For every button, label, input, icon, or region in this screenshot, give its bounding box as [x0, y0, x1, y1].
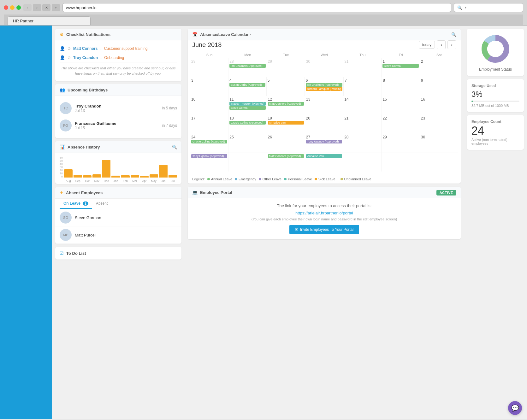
- center-panel: 📅 Absence/Leave Calendar - 🔍 June 2018 t…: [185, 26, 464, 419]
- chart-label-nov: Nov: [92, 179, 101, 183]
- checklist-user-icon-1: 👤: [60, 46, 65, 51]
- checklist-body: 👤 ⊙ Matt Connors - Customer support trai…: [55, 40, 181, 81]
- birthdays-title: Upcoming Birthdays: [68, 88, 108, 92]
- checklist-item-2: 👤 ⊙ Troy Crandon - Onboarding: [60, 53, 177, 62]
- portal-icon: 💻: [192, 190, 198, 195]
- event-annalise-van-2[interactable]: Annalise Van: [306, 154, 342, 158]
- legend-label-sick: Sick Leave: [318, 177, 335, 181]
- todo-icon: ☑: [60, 251, 64, 256]
- invite-btn-label: Invite Employees To Your Portal: [300, 227, 353, 232]
- checklist-name-1[interactable]: Matt Connors: [73, 46, 98, 51]
- tab-bar: HR Partner: [4, 15, 523, 25]
- legend-personal: Personal Leave: [284, 177, 312, 181]
- checklist-card: ⚙ Checklist Notifications 👤 ⊙ Matt Conno…: [55, 29, 181, 81]
- today-button[interactable]: today: [419, 41, 435, 49]
- traffic-lights: [4, 5, 21, 10]
- main-content: ⚙ Checklist Notifications 👤 ⊙ Matt Conno…: [52, 26, 527, 419]
- event-matt-connors-1[interactable]: Matt Connors (Approved): [268, 102, 304, 106]
- cal-cell-jun2: 2: [420, 58, 458, 77]
- cal-cell-jun18: 18 Gracie Collins (Approved): [228, 115, 267, 134]
- cal-cell-jun25: 25: [228, 134, 267, 153]
- active-tab[interactable]: HR Partner: [8, 16, 91, 25]
- chart-label-dec: Dec: [102, 179, 110, 183]
- day-fri: Fri: [382, 52, 420, 58]
- event-tracey-thurston[interactable]: Tracey Thurston (Planned): [229, 102, 266, 106]
- legend-dot-emergency: [235, 178, 237, 180]
- on-leave-tab[interactable]: On Leave 2: [60, 199, 92, 209]
- storage-card: Storage Used 3% 32.7 MB out of 1000 MB: [467, 79, 524, 112]
- address-bar[interactable]: www.hrpartner.io: [62, 3, 451, 12]
- chat-icon: 💬: [511, 404, 519, 412]
- cal-cell-jun28: 28: [343, 134, 382, 153]
- chart-label-jan: Jan: [111, 179, 120, 183]
- bar-jul: [169, 175, 177, 178]
- event-tony-uganov-2[interactable]: Tony Uganov (Approved): [191, 154, 227, 158]
- event-annalise-van[interactable]: Annalise Van: [268, 121, 304, 125]
- close-tab-button[interactable]: ✕: [42, 4, 50, 11]
- invite-employees-button[interactable]: ✉ Invite Employees To Your Portal: [289, 225, 359, 234]
- cal-cell-jun16: 16: [420, 96, 458, 115]
- legend-label-annual: Annual Leave: [211, 177, 232, 181]
- search-icon-cal[interactable]: 🔍: [451, 32, 456, 37]
- event-tony-uganov-1[interactable]: Tony Uganov (Approved): [306, 140, 342, 143]
- portal-card: 💻 Employee Portal ACTIVE The link for yo…: [188, 187, 461, 239]
- legend-label-unplanned: Unplanned Leave: [344, 177, 371, 181]
- back-button[interactable]: ‹: [23, 4, 32, 11]
- browser-controls: ‹ › ✕ + www.hrpartner.io 🔍 ▼: [4, 3, 523, 12]
- checklist-task-1[interactable]: Customer support training: [104, 46, 148, 51]
- event-steve-gorma-1[interactable]: Steve Gorma: [382, 64, 418, 68]
- checklist-task-2[interactable]: Onboarding: [104, 55, 124, 60]
- calendar-title: Absence/Leave Calendar -: [200, 32, 251, 37]
- close-button[interactable]: [4, 5, 8, 10]
- event-gracie-collins-2[interactable]: Gracie Collins (Approved): [191, 140, 227, 143]
- event-ian-chalmers-2[interactable]: Ian Chalmers (Approved): [306, 83, 343, 87]
- new-tab-button[interactable]: +: [52, 4, 60, 11]
- cal-cell-jun22: 22: [382, 115, 420, 134]
- bar-jan: [111, 176, 120, 178]
- event-richard-farhquar[interactable]: Richard Farhquar (Pending: [306, 87, 343, 91]
- minimize-button[interactable]: [10, 5, 15, 10]
- chart-label-mar: Mar: [131, 179, 139, 183]
- cal-cell-jun7: 7: [344, 77, 382, 96]
- avatar-initials-2: FG: [63, 124, 68, 127]
- event-susan-darby[interactable]: Susan Darby (Approved): [229, 83, 265, 87]
- portal-description: The link for your employees to access th…: [193, 203, 456, 208]
- birthday-date-2: Jul 15: [75, 126, 116, 130]
- calendar-week-3: 10 11 Tracey Thurston (Planned) Steve Go…: [190, 96, 458, 115]
- search-bar[interactable]: 🔍 ▼: [454, 3, 523, 12]
- storage-bar: [471, 101, 519, 102]
- chart-label-feb: Feb: [121, 179, 129, 183]
- legend-label: Legend:: [192, 177, 205, 181]
- event-gracie-collins-1[interactable]: Gracie Collins (Approved): [229, 121, 265, 125]
- donut-container: Employment Status: [467, 29, 524, 76]
- portal-link[interactable]: https://arielair.hrpartner.io/portal: [295, 211, 353, 215]
- bar-group-nov: [92, 174, 101, 178]
- cal-cell-jun14: 14: [343, 96, 382, 115]
- maximize-button[interactable]: [16, 5, 21, 10]
- prev-month-button[interactable]: ‹: [437, 40, 446, 49]
- portal-note: (You can give each employee their own lo…: [193, 217, 456, 221]
- bar-group-may: [150, 174, 158, 178]
- day-thu: Thu: [343, 52, 382, 58]
- cal-cell-jun19: 19 Annalise Van: [267, 115, 305, 134]
- bar-group-mar: [131, 175, 139, 178]
- bar-group-oct: [83, 175, 92, 178]
- avatar-sg: SG: [63, 216, 68, 219]
- bar-nov: [92, 174, 101, 178]
- calendar-week-6: Tony Uganov (Approved) Matt Connors (App…: [190, 153, 458, 172]
- absence-history-header: 📊 Absence History 🔍: [55, 141, 181, 153]
- checklist-name-2[interactable]: Troy Crandon: [73, 55, 98, 60]
- bar-mar: [131, 175, 139, 178]
- chat-bubble[interactable]: 💬: [508, 401, 522, 415]
- event-matt-connors-2[interactable]: Matt Connors (Approved): [268, 154, 304, 158]
- cal-cell-jun6: 6 Ian Chalmers (Approved) Richard Farhqu…: [305, 77, 344, 96]
- event-ian-chalmers-1[interactable]: Ian Chalmers (Approved): [229, 64, 265, 68]
- svg-point-4: [487, 41, 504, 57]
- absent-tab[interactable]: Absent: [92, 199, 111, 209]
- calendar-icon: 📅: [192, 32, 198, 37]
- cal-cell-jul1: Tony Uganov (Approved): [190, 153, 228, 172]
- event-steve-gorma-2[interactable]: Steve Gorma: [229, 106, 266, 110]
- forward-button[interactable]: ›: [33, 4, 41, 11]
- next-month-button[interactable]: ›: [447, 40, 456, 49]
- search-icon-absence[interactable]: 🔍: [172, 145, 177, 149]
